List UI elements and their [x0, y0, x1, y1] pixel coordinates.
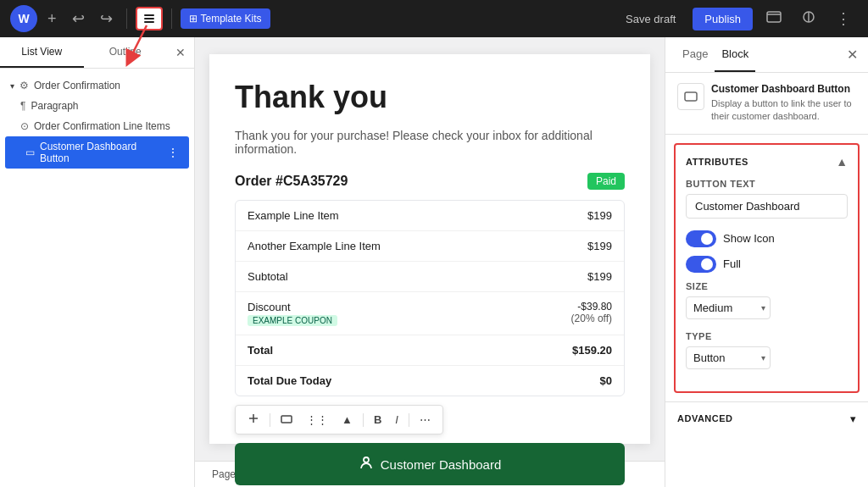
advanced-header[interactable]: Advanced ▾: [677, 412, 856, 425]
collapse-icon[interactable]: ▲: [836, 155, 848, 169]
template-kits-label: Template Kits: [201, 13, 262, 25]
toggle-slider: [686, 230, 716, 247]
sidebar-close-button[interactable]: ✕: [167, 37, 194, 68]
view-button[interactable]: [760, 8, 788, 30]
add-button[interactable]: +: [42, 7, 62, 31]
toolbar-move-up[interactable]: ▲: [337, 410, 358, 429]
full-toggle[interactable]: [686, 256, 716, 273]
type-select-wrapper: Button Link ▾: [686, 346, 771, 369]
button-text-label: BUTTON TEXT: [686, 179, 848, 189]
attributes-title: Attributes: [686, 157, 748, 167]
show-icon-row: Show Icon: [686, 230, 848, 247]
svg-rect-2: [144, 21, 154, 23]
table-row-due: Total Due Today $0: [236, 366, 624, 396]
block-title: Customer Dashboard Button: [711, 83, 856, 95]
due-label: Total Due Today: [248, 374, 331, 387]
toolbar-drag[interactable]: ⋮⋮: [301, 410, 333, 429]
wp-logo[interactable]: W: [10, 5, 37, 32]
tab-list-view[interactable]: List View: [0, 37, 84, 68]
item-menu-icon[interactable]: ⋮: [167, 146, 179, 159]
item-name: Example Line Item: [248, 209, 339, 222]
table-row-total: Total $159.20: [236, 335, 624, 366]
table-row: Example Line Item $199: [236, 201, 624, 231]
order-table: Example Line Item $199 Another Example L…: [235, 200, 625, 396]
template-kits-icon: ⊞: [189, 13, 198, 25]
circle-icon: ⊙: [20, 120, 29, 132]
button-text-input[interactable]: [686, 194, 848, 219]
subtotal-label: Subtotal: [248, 270, 288, 283]
undo-button[interactable]: ↩: [67, 6, 90, 31]
list-view-button[interactable]: [136, 7, 163, 30]
discount-amount: -$39.80: [571, 301, 612, 313]
subtotal-value: $199: [587, 270, 612, 283]
sidebar-item-label: Paragraph: [31, 100, 78, 112]
sidebar-item-order-confirmation[interactable]: ▾ ⚙ Order Confirmation: [0, 75, 194, 96]
type-label: TYPE: [686, 331, 848, 341]
template-kits-button[interactable]: ⊞ Template Kits: [181, 8, 270, 29]
button-text-field: BUTTON TEXT: [686, 179, 848, 219]
toolbar-italic[interactable]: I: [390, 410, 403, 429]
discount-right: -$39.80 (20% off): [571, 301, 612, 324]
tab-block[interactable]: Block: [715, 37, 755, 72]
breadcrumb-page[interactable]: Page: [212, 468, 236, 480]
block-desc: Display a button to link the user to the…: [711, 97, 856, 124]
page-title: Thank you: [235, 80, 625, 115]
item-name: Another Example Line Item: [248, 240, 381, 252]
attributes-section: Attributes ▲ BUTTON TEXT Show Icon: [674, 143, 860, 393]
coupon-badge: EXAMPLE COUPON: [248, 315, 337, 326]
canvas-area: Thank you Thank you for your purchase! P…: [195, 37, 665, 487]
size-select[interactable]: Small Medium Large: [686, 296, 771, 319]
editor-style-button[interactable]: [795, 7, 822, 30]
paragraph-icon: ¶: [20, 100, 25, 112]
tab-outline[interactable]: Outline: [84, 37, 168, 68]
toolbar-sep: [270, 413, 270, 427]
right-panel: Page Block ✕ Customer Dashboard Button D…: [665, 37, 868, 487]
separator-2: [171, 8, 172, 29]
show-icon-toggle[interactable]: [686, 230, 716, 247]
due-value: $0: [600, 374, 612, 387]
customer-dashboard-button[interactable]: Customer Dashboard: [235, 443, 625, 485]
total-label: Total: [248, 344, 273, 357]
block-info-text: Customer Dashboard Button Display a butt…: [711, 83, 856, 124]
button-icon: ▭: [25, 147, 35, 158]
sidebar-item-label: Order Confirmation Line Items: [34, 120, 170, 132]
toolbar-more[interactable]: ⋯: [415, 410, 436, 429]
topbar: W + ↩ ↪ ⊞ Template Kits Sa: [0, 0, 868, 37]
customer-dashboard-label: Customer Dashboard: [381, 457, 502, 472]
toolbar-bold[interactable]: B: [369, 410, 387, 429]
show-icon-label: Show Icon: [723, 232, 775, 245]
sidebar-tree: ▾ ⚙ Order Confirmation ¶ Paragraph ⊙ Ord…: [0, 69, 194, 487]
main-layout: List View Outline ✕ ▾ ⚙ Order Confirmati…: [0, 37, 868, 487]
size-select-wrapper: Small Medium Large ▾: [686, 296, 771, 319]
tab-page[interactable]: Page: [676, 37, 715, 72]
toolbar-block-type[interactable]: [242, 409, 264, 430]
sidebar-item-label: Order Confirmation: [34, 80, 120, 91]
sidebar-item-order-line-items[interactable]: ⊙ Order Confirmation Line Items: [0, 116, 194, 136]
type-field: TYPE Button Link ▾: [686, 331, 848, 369]
svg-rect-4: [767, 12, 781, 22]
publish-button[interactable]: Publish: [693, 8, 753, 30]
toolbar-sep-3: [409, 413, 409, 427]
sidebar-item-customer-dashboard[interactable]: ▭ Customer Dashboard Button ⋮: [5, 136, 189, 169]
discount-percent: (20% off): [571, 313, 612, 324]
table-row-subtotal: Subtotal $199: [236, 262, 624, 292]
redo-button[interactable]: ↪: [95, 6, 118, 31]
full-label: Full: [723, 257, 741, 270]
svg-rect-8: [281, 416, 292, 423]
sidebar-item-label: Customer Dashboard Button: [40, 141, 162, 164]
svg-rect-0: [144, 14, 154, 16]
more-options-button[interactable]: ⋮: [829, 6, 858, 31]
block-info: Customer Dashboard Button Display a butt…: [665, 73, 868, 135]
discount-label: Discount: [248, 301, 337, 313]
advanced-title: Advanced: [677, 413, 733, 423]
save-draft-button[interactable]: Save draft: [615, 8, 686, 30]
type-select[interactable]: Button Link: [686, 346, 771, 369]
toolbar-align[interactable]: [275, 410, 298, 429]
chevron-icon: ▾: [10, 81, 14, 91]
total-value: $159.20: [572, 344, 612, 357]
item-price: $199: [587, 240, 612, 252]
order-number: Order #C5A35729: [235, 174, 348, 189]
section-header: Attributes ▲: [686, 155, 848, 169]
panel-close-button[interactable]: ✕: [847, 47, 858, 63]
sidebar-item-paragraph[interactable]: ¶ Paragraph: [0, 96, 194, 116]
